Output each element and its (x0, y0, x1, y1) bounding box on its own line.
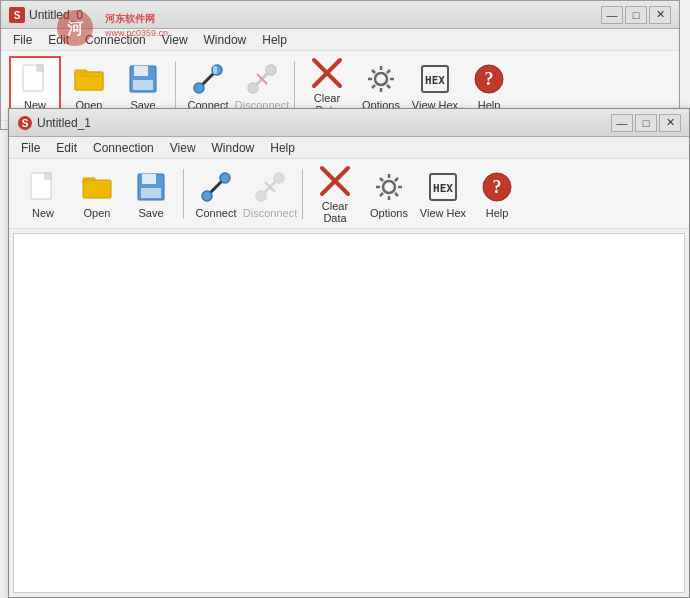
svg-rect-10 (133, 80, 153, 90)
front-menu-edit[interactable]: Edit (48, 139, 85, 157)
front-viewhex-button[interactable]: HEX View Hex (417, 164, 469, 224)
back-disconnect-button[interactable]: Disconnect (236, 56, 288, 116)
foreground-window: S Untitled_1 — □ ✕ File Edit Connection … (8, 108, 690, 598)
svg-point-49 (256, 191, 266, 201)
svg-rect-9 (134, 66, 148, 76)
front-menu-file[interactable]: File (13, 139, 48, 157)
back-connect-icon (190, 61, 226, 97)
back-options-button[interactable]: Options (355, 56, 407, 116)
front-save-button[interactable]: Save (125, 164, 177, 224)
front-disconnect-icon (252, 169, 288, 205)
svg-rect-13 (213, 66, 217, 74)
front-open-button[interactable]: Open (71, 164, 123, 224)
svg-rect-45 (141, 188, 161, 198)
front-disconnect-label: Disconnect (243, 207, 297, 219)
svg-rect-42 (83, 180, 111, 198)
svg-rect-40 (45, 173, 51, 179)
front-menu-window[interactable]: Window (204, 139, 263, 157)
front-separator-2 (302, 169, 303, 219)
svg-rect-4 (37, 65, 43, 71)
front-close-button[interactable]: ✕ (659, 114, 681, 132)
svg-rect-7 (75, 72, 103, 90)
back-menu-bar: File Edit Connection View Window Help (1, 29, 679, 51)
back-save-button[interactable]: Save (117, 56, 169, 116)
front-window-title: Untitled_1 (37, 116, 611, 130)
front-menu-help[interactable]: Help (262, 139, 303, 157)
front-help-button[interactable]: ? Help (471, 164, 523, 224)
front-content-area[interactable] (13, 233, 685, 593)
svg-point-14 (266, 65, 276, 75)
front-cleardata-label: Clear Data (311, 200, 359, 224)
front-win-controls[interactable]: — □ ✕ (611, 114, 681, 132)
front-new-icon (25, 169, 61, 205)
front-connect-label: Connect (196, 207, 237, 219)
svg-line-26 (387, 70, 390, 73)
back-window-icon: S (9, 7, 25, 23)
front-save-icon (133, 169, 169, 205)
back-separator-2 (294, 61, 295, 111)
svg-line-60 (395, 178, 398, 181)
back-connect-button[interactable]: Connect (182, 56, 234, 116)
back-new-icon (17, 61, 53, 97)
front-options-button[interactable]: Options (363, 164, 415, 224)
svg-text:HEX: HEX (433, 182, 453, 195)
front-text-editor[interactable] (14, 234, 684, 592)
svg-line-27 (372, 85, 375, 88)
svg-text:S: S (22, 118, 29, 129)
back-help-button[interactable]: ? Help (463, 56, 515, 116)
svg-point-12 (194, 83, 204, 93)
back-win-controls[interactable]: — □ ✕ (601, 6, 671, 24)
back-menu-connection[interactable]: Connection (77, 31, 154, 49)
front-options-label: Options (370, 207, 408, 219)
front-menu-view[interactable]: View (162, 139, 204, 157)
back-minimize-button[interactable]: — (601, 6, 623, 24)
back-menu-window[interactable]: Window (196, 31, 255, 49)
svg-point-47 (202, 191, 212, 201)
front-window-icon: S (17, 115, 33, 131)
back-cleardata-button[interactable]: Clear Data (301, 56, 353, 116)
back-menu-help[interactable]: Help (254, 31, 295, 49)
back-help-icon: ? (471, 61, 507, 97)
svg-point-15 (248, 83, 258, 93)
back-close-button[interactable]: ✕ (649, 6, 671, 24)
back-menu-edit[interactable]: Edit (40, 31, 77, 49)
front-open-icon (79, 169, 115, 205)
svg-text:S: S (14, 10, 21, 21)
back-disconnect-icon (244, 61, 280, 97)
front-menu-connection[interactable]: Connection (85, 139, 162, 157)
front-save-label: Save (138, 207, 163, 219)
front-connect-button[interactable]: Connect (190, 164, 242, 224)
front-title-bar: S Untitled_1 — □ ✕ (9, 109, 689, 137)
svg-line-59 (395, 193, 398, 196)
back-menu-view[interactable]: View (154, 31, 196, 49)
back-window-title: Untitled_0 (29, 8, 601, 22)
front-minimize-button[interactable]: — (611, 114, 633, 132)
front-separator-1 (183, 169, 184, 219)
svg-point-53 (383, 181, 395, 193)
front-cleardata-button[interactable]: Clear Data (309, 164, 361, 224)
back-viewhex-button[interactable]: HEX View Hex (409, 56, 461, 116)
front-disconnect-button[interactable]: Disconnect (244, 164, 296, 224)
back-open-button[interactable]: Open (63, 56, 115, 116)
svg-text:HEX: HEX (425, 74, 445, 87)
front-viewhex-label: View Hex (420, 207, 466, 219)
front-menu-bar: File Edit Connection View Window Help (9, 137, 689, 159)
front-help-icon: ? (479, 169, 515, 205)
back-maximize-button[interactable]: □ (625, 6, 647, 24)
svg-line-24 (372, 70, 375, 73)
back-menu-file[interactable]: File (5, 31, 40, 49)
svg-line-58 (380, 178, 383, 181)
back-new-button[interactable]: New (9, 56, 61, 116)
front-new-label: New (32, 207, 54, 219)
front-new-button[interactable]: New (17, 164, 69, 224)
back-open-icon (71, 61, 107, 97)
svg-line-61 (380, 193, 383, 196)
svg-point-48 (274, 173, 284, 183)
svg-text:?: ? (485, 69, 494, 89)
front-maximize-button[interactable]: □ (635, 114, 657, 132)
back-title-bar: S Untitled_0 — □ ✕ (1, 1, 679, 29)
svg-point-19 (375, 73, 387, 85)
svg-text:?: ? (493, 177, 502, 197)
back-cleardata-icon (309, 56, 345, 90)
front-options-icon (371, 169, 407, 205)
